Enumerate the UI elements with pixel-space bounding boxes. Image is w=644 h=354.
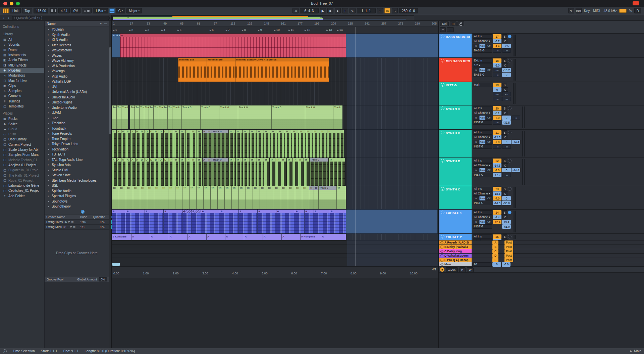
punch-out-button[interactable]: ¬ [392, 8, 398, 13]
key-map-button[interactable]: Key [583, 9, 591, 13]
plugin-item-universal-audio-uadx[interactable]: ▸Universal Audio (UADx) [45, 89, 109, 95]
disclosure-triangle-icon[interactable]: ▸ [48, 132, 50, 135]
clip[interactable]: Track 0 [219, 105, 238, 129]
scale-root-select[interactable]: C▾ [116, 8, 125, 13]
plugin-item-tal-togu-audio-line[interactable]: ▸TAL-Togu Audio Line [45, 157, 109, 163]
plugin-item-xfer-records[interactable]: ▸Xfer Records [45, 43, 109, 48]
gain-box[interactable]: -∞ [493, 68, 501, 72]
clip[interactable]: Track [333, 105, 342, 129]
pan-box[interactable]: C [502, 239, 508, 240]
value-box[interactable]: -14.4 [512, 168, 520, 172]
monitor-auto-button[interactable]: Auto [479, 168, 486, 172]
locator-flag[interactable]: ▶5 [177, 28, 181, 32]
track-name[interactable]: ⌄SYNTH B [439, 130, 472, 158]
disclosure-triangle-icon[interactable]: ▸ [48, 127, 50, 130]
output-routing-select[interactable]: INST G [473, 201, 492, 205]
clip[interactable]: Tr [304, 158, 309, 186]
disclosure-triangle-icon[interactable]: ▸ [48, 85, 50, 88]
input-channel-select[interactable]: All Channe ▾ [473, 111, 492, 115]
pan-box[interactable]: C [502, 215, 508, 219]
monitor-off-button[interactable]: Off [486, 196, 492, 201]
scale-mode-icon[interactable] [109, 8, 115, 13]
arm-button[interactable] [508, 59, 512, 62]
monitor-in-button[interactable]: In [473, 68, 479, 72]
clip[interactable]: Minimal Ste [207, 58, 235, 82]
browser-back-button[interactable]: ‹ [2, 16, 6, 20]
track-number-box[interactable]: 21 [493, 130, 501, 135]
clip[interactable]: Tr: [271, 130, 278, 158]
disclosure-triangle-icon[interactable]: ▸ [48, 54, 50, 57]
clip[interactable]: D [159, 130, 163, 158]
solo-button[interactable]: S [502, 187, 507, 191]
gain-box[interactable]: -7.0 [493, 196, 501, 201]
pan-box[interactable]: C [502, 191, 508, 196]
disclosure-triangle-icon[interactable]: ▸ [48, 75, 50, 78]
return-letter-box[interactable]: C [492, 249, 498, 254]
clip[interactable]: Tr: [161, 186, 168, 209]
main-output-select[interactable]: 1/2 [472, 262, 492, 267]
gain-box[interactable]: -4.4 [493, 44, 501, 48]
input-channel-select[interactable]: All Channe ▾ [473, 39, 492, 43]
solo-button[interactable]: S [502, 83, 507, 87]
loop-length-field[interactable]: 230. 0. 0 [399, 8, 418, 13]
track-header-exhale-2[interactable]: ⌄EXHALE 2All Ins25SAll Channe ▾-0.8C [439, 234, 644, 240]
track-number-box[interactable]: 18 [493, 58, 501, 63]
clip[interactable]: Tr: [238, 186, 246, 209]
split-icon[interactable]: ◫ [450, 21, 457, 26]
info-icon[interactable]: i [3, 349, 7, 353]
plugin-item-w-a-production[interactable]: ▸W.A.Production [45, 63, 109, 69]
clip[interactable]: Tr: [189, 186, 196, 209]
locator-flag[interactable]: ▶8 [242, 28, 246, 32]
plugin-item-soundtoys[interactable]: ▸Soundtoys [45, 199, 109, 204]
tempo-follow-field[interactable]: 0% [71, 8, 80, 13]
clip[interactable]: Tr [168, 158, 174, 186]
input-routing-select[interactable]: Main [473, 83, 492, 87]
sidebar-item-scale-library-for-abl[interactable]: ▢Scale Library for Abl [0, 147, 44, 152]
clip[interactable]: Tr [185, 158, 191, 186]
output-routing-select[interactable]: INST G [473, 120, 492, 125]
clip[interactable]: Tr: [313, 130, 320, 158]
sidebar-item-current-project[interactable]: ▢Current Project [0, 142, 44, 147]
clip[interactable]: A [281, 234, 300, 240]
input-routing-select[interactable]: All Ins [473, 159, 492, 163]
phase-nudge-icon[interactable] [50, 8, 57, 13]
clip[interactable]: Tr [243, 158, 250, 186]
browser-scrollbar[interactable] [109, 21, 111, 348]
lane-synth-b[interactable]: A-A-AAAAD-D-D-D-DDTrTrTrTrTrTrATrTrack 0… [112, 130, 438, 158]
clip[interactable]: Track 0 [318, 186, 336, 209]
disclosure-triangle-icon[interactable]: ▸ [48, 33, 50, 36]
track-name[interactable]: ⌄BASS SUBSTAN [439, 34, 472, 57]
arm-button[interactable] [508, 35, 512, 38]
clip[interactable]: Tr: [278, 130, 285, 158]
clip[interactable]: A [295, 210, 304, 233]
track-header-synth-a[interactable]: ⌄SYNTH AAll Ins20SAll Channe ▾-8.1CInAut… [439, 105, 644, 130]
track-name[interactable]: ⌄EXHALE 1 [439, 210, 472, 233]
send-a-box[interactable]: -∞ [493, 120, 501, 125]
plugin-item-techivation[interactable]: ▸Techivation [45, 147, 109, 152]
disclosure-triangle-icon[interactable]: ▸ [48, 205, 50, 208]
clip[interactable]: D- [154, 158, 159, 186]
plugin-item-ujam[interactable]: ▸UJAM [45, 110, 109, 116]
gain-box[interactable]: -7.0 [493, 116, 501, 120]
follow-button[interactable]: ⇥ [292, 8, 299, 13]
sidebar-item-samples[interactable]: ≈Samples [0, 88, 44, 93]
clip[interactable]: Track [130, 105, 135, 129]
arm-button[interactable] [508, 187, 512, 191]
disclosure-triangle-icon[interactable]: ▸ [48, 80, 50, 83]
clip[interactable]: Tr: [182, 186, 189, 209]
monitor-off-button[interactable]: Off [486, 44, 492, 48]
input-routing-select[interactable]: All Ins [473, 210, 492, 215]
monitor-in-button[interactable]: In [473, 140, 479, 144]
disclosure-triangle-icon[interactable]: ▸ [48, 28, 50, 31]
clip[interactable]: Track 0 [238, 105, 271, 129]
track-number-box[interactable]: 23 [493, 187, 501, 191]
fold-icon[interactable]: ⌄ [441, 187, 444, 191]
plugin-item-xln-audio[interactable]: ▸XLN Audio [45, 37, 109, 43]
return-letter-box[interactable]: E [492, 258, 498, 262]
fold-icon[interactable]: ⌄ [441, 83, 444, 87]
monitor-auto-button[interactable]: Auto [479, 140, 486, 144]
clip[interactable]: Tr [327, 130, 344, 158]
disclosure-triangle-icon[interactable]: ▸ [48, 158, 50, 161]
volume-box[interactable]: -18.5 [493, 191, 501, 196]
locator-flag[interactable]: ▶13 [326, 28, 332, 32]
